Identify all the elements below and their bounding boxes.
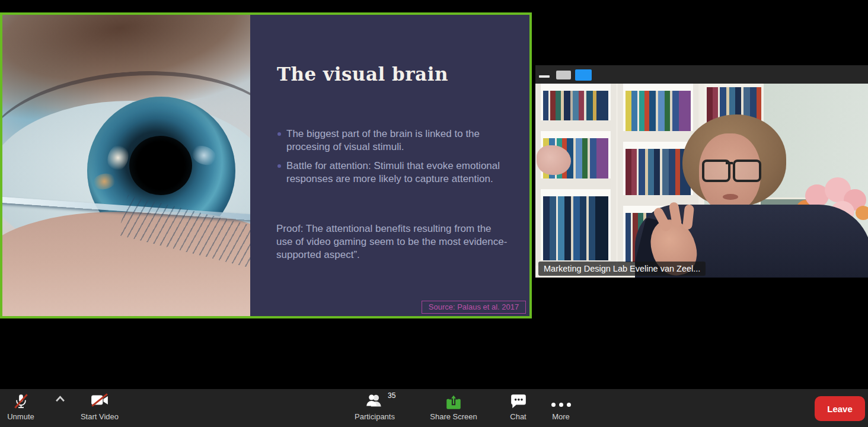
- audio-options-caret[interactable]: [51, 394, 69, 407]
- slide-bullet: Battle for attention: Stimuli that evoke…: [277, 160, 504, 186]
- flower: [856, 206, 868, 220]
- slide-bullet: The biggest part of the brain is linked …: [277, 128, 504, 154]
- meeting-toolbar: Unmute Start Video: [0, 389, 868, 427]
- more-button[interactable]: More: [540, 389, 582, 427]
- camera-off-icon: [72, 393, 127, 411]
- zoom-meeting-window: The visual brain The biggest part of the…: [0, 0, 868, 427]
- share-screen-button[interactable]: Share Screen: [422, 389, 485, 427]
- participants-label: Participants: [343, 412, 407, 421]
- slide-text-panel: The visual brain The biggest part of the…: [250, 15, 529, 316]
- slide-bullet-text: Battle for attention: Stimuli that evoke…: [286, 160, 504, 186]
- slide-eye-photo: [2, 15, 250, 316]
- participants-count-badge: 35: [388, 391, 395, 400]
- participants-icon: [343, 393, 407, 411]
- slide-bullet-list: The biggest part of the brain is linked …: [277, 128, 504, 192]
- minimize-icon[interactable]: [539, 75, 550, 78]
- books: [543, 196, 608, 260]
- glasses-lens: [733, 160, 761, 182]
- gallery-view-icon[interactable]: [575, 69, 592, 81]
- books: [626, 91, 691, 131]
- video-window-controls: [535, 65, 868, 84]
- unmute-button[interactable]: Unmute: [0, 389, 42, 427]
- slide-title: The visual brain: [277, 63, 448, 85]
- presenter-glasses: [702, 160, 761, 180]
- chat-icon: [501, 393, 535, 411]
- chat-label: Chat: [501, 412, 535, 421]
- bullet-dot-icon: [277, 132, 281, 136]
- bullet-dot-icon: [277, 164, 281, 168]
- participant-name-label: Marketing Design Lab Eveline van Zeel...: [538, 262, 706, 276]
- slide-source-citation: Source: Palaus et al. 2017: [422, 301, 526, 314]
- eye-photo-pupil: [129, 136, 192, 195]
- glasses-bridge: [726, 162, 733, 164]
- chat-button[interactable]: Chat: [501, 389, 535, 427]
- more-dots-icon: [540, 393, 582, 411]
- share-screen-icon: [422, 393, 485, 411]
- leave-button[interactable]: Leave: [815, 396, 865, 421]
- participants-button[interactable]: 35 Participants: [343, 389, 407, 427]
- start-video-button[interactable]: Start Video: [72, 389, 127, 427]
- unmute-label: Unmute: [0, 412, 42, 421]
- webcam-video: Marketing Design Lab Eveline van Zeel...: [535, 84, 868, 278]
- speaker-view-icon[interactable]: [556, 71, 571, 79]
- presenter-mouth: [723, 194, 738, 200]
- slide-bullet-text: The biggest part of the brain is linked …: [286, 128, 504, 154]
- slide-proof-text: Proof: The attentional benefits resultin…: [276, 222, 509, 262]
- shelf-decoration: [537, 145, 571, 175]
- books: [626, 149, 691, 195]
- shared-screen: The visual brain The biggest part of the…: [0, 12, 532, 318]
- chevron-up-icon: [55, 396, 65, 402]
- share-screen-label: Share Screen: [422, 412, 485, 421]
- microphone-muted-icon: [0, 393, 42, 411]
- start-video-label: Start Video: [72, 412, 127, 421]
- more-label: More: [540, 412, 582, 421]
- books: [543, 91, 608, 120]
